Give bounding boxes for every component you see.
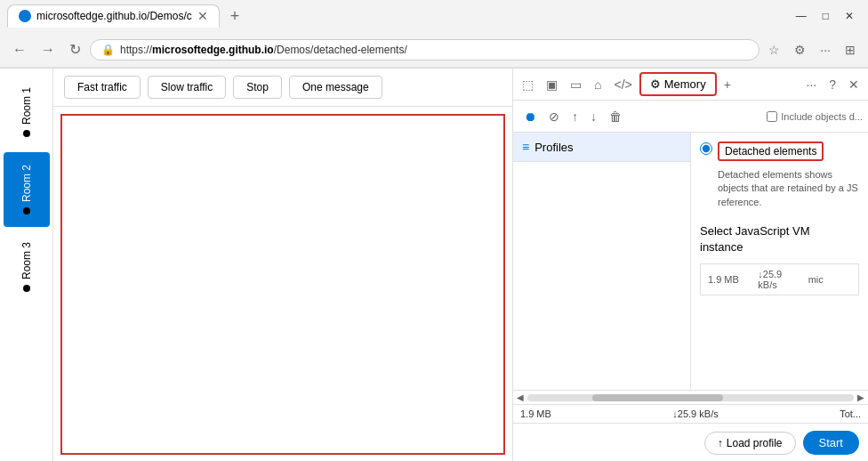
back-button[interactable]: ← — [7, 38, 32, 61]
devtools-add-tab-icon[interactable]: + — [719, 74, 736, 95]
vm-title: Select JavaScript VM instance — [700, 223, 859, 255]
room1-label: Room 1 — [20, 87, 33, 125]
devtools-panel: ⬚ ▣ ▭ ⌂ </> ⚙ Memory + ··· ? ✕ ⏺ ⊘ ↑ ↓ 🗑 — [512, 69, 868, 461]
room1-dot — [23, 130, 30, 137]
stop-action-button[interactable]: ⊘ — [543, 106, 565, 127]
devtools-help-icon[interactable]: ? — [824, 74, 841, 95]
vm-bottom-status: 1.9 MB ↓25.9 kB/s Tot... — [513, 404, 868, 423]
trash-action-button[interactable]: 🗑 — [604, 106, 627, 127]
detached-elements-option: Detached elements — [700, 142, 859, 161]
content-toolbar: Fast traffic Slow traffic Stop One messa… — [53, 69, 512, 107]
main-layout: Room 1 Room 2 Room 3 Fast traffic Slow t… — [0, 69, 868, 461]
fast-traffic-button[interactable]: Fast traffic — [64, 76, 141, 99]
include-objects-checkbox-area: Include objects d... — [767, 111, 863, 122]
vm-instance-row[interactable]: 1.9 MB ↓25.9 kB/s mic — [701, 264, 858, 295]
detached-elements-label-box: Detached elements — [718, 142, 824, 161]
refresh-button[interactable]: ↻ — [64, 37, 86, 61]
lock-icon: 🔒 — [101, 44, 115, 56]
profiles-icon: ≡ — [522, 140, 529, 154]
vm-traffic-value: ↓25.9 kB/s — [758, 269, 800, 290]
upload-action-button[interactable]: ↑ — [567, 106, 583, 127]
scroll-left-button[interactable]: ◀ — [517, 392, 524, 402]
room2-dot — [23, 207, 30, 214]
bottom-mem: 1.9 MB — [520, 408, 551, 419]
tab-bar: microsoftedge.github.io/Demos/c ✕ + — □ … — [0, 0, 868, 32]
more-icon[interactable]: ··· — [815, 39, 836, 61]
detached-elements-radio[interactable] — [700, 142, 712, 155]
memory-tab-label: Memory — [664, 77, 706, 91]
record-action-button[interactable]: ⏺ — [518, 106, 542, 127]
vm-extra-value: mic — [808, 274, 851, 285]
devtools-actions: ⏺ ⊘ ↑ ↓ 🗑 Include objects d... — [513, 101, 868, 133]
download-action-button[interactable]: ↓ — [585, 106, 602, 127]
url-display: https://microsoftedge.github.io/Demos/de… — [120, 44, 407, 56]
vm-instance-table: 1.9 MB ↓25.9 kB/s mic — [700, 263, 859, 295]
room3-dot — [23, 285, 30, 292]
scroll-right-button[interactable]: ▶ — [857, 392, 864, 402]
scroll-track[interactable] — [527, 394, 854, 401]
devtools-content: ≡ Profiles Detached elements Detached el… — [513, 133, 868, 390]
devtools-close-icon[interactable]: ✕ — [843, 74, 864, 95]
devtools-tabs: ⬚ ▣ ▭ ⌂ </> ⚙ Memory + ··· ? ✕ — [513, 69, 868, 101]
content-area: Fast traffic Slow traffic Stop One messa… — [53, 69, 512, 461]
tab-favicon — [19, 10, 31, 22]
sidebar-icon[interactable]: ⊞ — [840, 39, 861, 61]
sidebar-item-room1[interactable]: Room 1 — [4, 76, 50, 149]
stop-button[interactable]: Stop — [233, 76, 282, 99]
profiles-label: Profiles — [534, 141, 573, 154]
favorites-icon[interactable]: ☆ — [763, 39, 785, 61]
devtools-screenshot-icon[interactable]: ▣ — [541, 74, 563, 95]
room2-label: Room 2 — [20, 165, 33, 202]
detached-description: Detached elements shows objects that are… — [718, 168, 859, 209]
forward-button[interactable]: → — [36, 38, 60, 61]
load-profile-button[interactable]: ↑ Load profile — [704, 432, 796, 455]
profiles-sidebar: ≡ Profiles — [513, 133, 691, 390]
horizontal-scrollbar[interactable]: ◀ ▶ — [513, 390, 868, 404]
tab-label: microsoftedge.github.io/Demos/c — [36, 10, 192, 22]
load-profile-label: Load profile — [727, 437, 783, 449]
include-objects-label: Include objects d... — [781, 111, 863, 122]
bottom-traffic: ↓25.9 kB/s — [672, 408, 718, 419]
memory-tab-icon: ⚙ — [650, 77, 661, 91]
vm-memory-value: 1.9 MB — [708, 274, 751, 285]
room3-label: Room 3 — [20, 242, 33, 279]
minimize-button[interactable]: — — [789, 6, 814, 26]
slow-traffic-button[interactable]: Slow traffic — [148, 76, 226, 99]
browser-controls: ← → ↻ 🔒 https://microsoftedge.github.io/… — [0, 32, 868, 68]
devtools-layout-icon[interactable]: ▭ — [565, 74, 587, 95]
active-tab[interactable]: microsoftedge.github.io/Demos/c ✕ — [7, 4, 220, 28]
address-bar[interactable]: 🔒 https://microsoftedge.github.io/Demos/… — [90, 39, 760, 61]
maximize-button[interactable]: □ — [816, 6, 836, 26]
start-button[interactable]: Start — [803, 431, 859, 455]
vm-section: Select JavaScript VM instance 1.9 MB ↓25… — [700, 223, 859, 295]
memory-tab-button[interactable]: ⚙ Memory — [639, 72, 717, 96]
sidebar-item-room3[interactable]: Room 3 — [4, 230, 50, 303]
tab-close-icon[interactable]: ✕ — [197, 9, 208, 23]
scroll-thumb — [592, 394, 723, 401]
devtools-footer: ↑ Load profile Start — [513, 423, 868, 461]
devtools-home-icon[interactable]: ⌂ — [589, 74, 607, 95]
rooms-sidebar: Room 1 Room 2 Room 3 — [0, 69, 53, 461]
new-tab-button[interactable]: + — [223, 5, 247, 28]
close-button[interactable]: ✕ — [838, 6, 861, 26]
detached-elements-label: Detached elements — [725, 145, 816, 158]
one-message-button[interactable]: One message — [289, 76, 382, 99]
devtools-source-icon[interactable]: </> — [608, 74, 637, 95]
sidebar-item-room2[interactable]: Room 2 — [4, 152, 50, 227]
devtools-more-icon[interactable]: ··· — [801, 74, 823, 95]
include-objects-checkbox[interactable] — [767, 111, 777, 122]
bottom-total: Tot... — [840, 408, 861, 419]
load-profile-icon: ↑ — [718, 437, 723, 449]
content-canvas — [60, 114, 505, 455]
devtools-inspect-icon[interactable]: ⬚ — [517, 74, 539, 95]
settings-icon[interactable]: ⚙ — [789, 39, 811, 61]
profiles-header[interactable]: ≡ Profiles — [513, 133, 690, 162]
devtools-main-pane: Detached elements Detached elements show… — [691, 133, 868, 390]
